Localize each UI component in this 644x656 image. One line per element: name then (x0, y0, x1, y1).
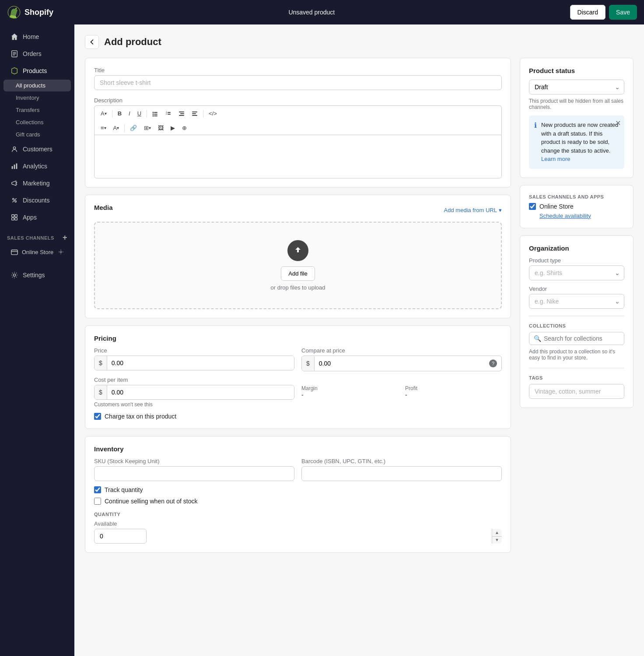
svg-point-22 (153, 112, 154, 113)
description-label: Description (94, 97, 502, 104)
add-sales-channel-button[interactable]: + (63, 233, 67, 242)
compare-price-input-wrap: $ ? (301, 356, 502, 371)
sidebar-item-home[interactable]: Home (4, 28, 71, 45)
price-label: Price (94, 347, 294, 354)
sidebar-item-label: Products (23, 67, 47, 74)
discard-button[interactable]: Discard (570, 5, 606, 20)
sidebar-item-discounts[interactable]: Discounts (4, 192, 71, 209)
svg-point-5 (13, 147, 15, 149)
svg-rect-7 (14, 164, 15, 169)
font-size-button[interactable]: A ▾ (98, 108, 109, 119)
svg-point-20 (60, 251, 62, 253)
sidebar-sub-item-inventory[interactable]: Inventory (4, 92, 71, 104)
sidebar-item-marketing[interactable]: Marketing (4, 175, 71, 192)
schedule-availability-link[interactable]: Schedule availability (529, 213, 624, 219)
back-icon (88, 38, 95, 45)
quantity-decrement-button[interactable]: ▼ (492, 537, 502, 544)
cost-input[interactable] (107, 385, 294, 399)
quantity-increment-button[interactable]: ▲ (492, 529, 502, 537)
logo-text: Shopify (24, 8, 53, 17)
sidebar-sub-item-collections[interactable]: Collections (4, 116, 71, 128)
sidebar-item-customers[interactable]: Customers (4, 141, 71, 157)
underline-button[interactable]: U (135, 108, 144, 119)
quantity-input[interactable] (94, 529, 147, 544)
search-icon: 🔍 (534, 335, 541, 342)
sidebar-item-online-store[interactable]: Online Store (4, 244, 71, 259)
vendor-select[interactable]: e.g. Nike (529, 294, 624, 309)
save-button[interactable]: Save (609, 5, 637, 20)
barcode-input[interactable] (301, 466, 502, 481)
continue-selling-checkbox[interactable] (94, 498, 101, 505)
code-button[interactable]: </> (206, 108, 220, 119)
status-select[interactable]: Draft Active (529, 80, 624, 94)
continue-selling-label: Continue selling when out of stock (105, 498, 197, 505)
collections-search-wrap: 🔍 (529, 332, 624, 345)
inventory-card: Inventory SKU (Stock Keeping Unit) Barco… (85, 436, 511, 553)
ordered-list-button[interactable]: 1.2. (163, 109, 174, 119)
bullet-list-button[interactable] (150, 109, 161, 119)
online-store-settings-icon[interactable] (58, 249, 64, 255)
product-status-label: Product status (529, 67, 624, 74)
pricing-card: Pricing Price $ Compare at price (85, 325, 511, 429)
learn-more-link[interactable]: Learn more (541, 156, 570, 162)
sidebar-sub-item-gift-cards[interactable]: Gift cards (4, 129, 71, 140)
tags-input[interactable] (529, 384, 624, 399)
outdent-button[interactable] (189, 109, 200, 119)
price-input[interactable] (107, 356, 294, 370)
italic-button[interactable]: I (126, 108, 133, 119)
bold-button[interactable]: B (115, 108, 124, 119)
drop-text: or drop files to upload (112, 284, 483, 291)
sidebar-item-label: Discounts (23, 197, 49, 204)
compare-price-input[interactable] (315, 356, 485, 370)
pricing-label: Pricing (94, 335, 502, 342)
title-input[interactable] (94, 75, 502, 90)
home-icon (10, 33, 18, 41)
online-store-checkbox[interactable] (529, 203, 536, 210)
svg-rect-35 (192, 112, 197, 112)
upload-area[interactable]: Add file or drop files to upload (94, 222, 502, 309)
sidebar-item-orders[interactable]: Orders (4, 45, 71, 62)
video-button[interactable]: ▶ (168, 123, 178, 133)
back-button[interactable] (85, 35, 99, 49)
sidebar-item-settings[interactable]: Settings (4, 267, 71, 283)
table-button[interactable]: ⊞ ▾ (141, 123, 154, 133)
track-quantity-checkbox[interactable] (94, 486, 101, 493)
collections-search-input[interactable] (544, 335, 620, 342)
product-type-select[interactable]: e.g. Shirts (529, 265, 624, 280)
svg-rect-31 (168, 114, 171, 115)
link-button[interactable]: 🔗 (127, 123, 140, 133)
image-button[interactable]: 🖼 (155, 123, 166, 133)
quantity-input-wrap: ▲ ▼ (94, 529, 502, 544)
media-card: Media Add media from URL ▾ Add file or d… (85, 195, 511, 318)
sidebar-item-label: Analytics (23, 163, 47, 170)
product-status-card: Product status Draft Active This product… (520, 58, 634, 178)
add-file-button[interactable]: Add file (281, 266, 315, 281)
charge-tax-checkbox[interactable] (94, 413, 101, 420)
description-editor[interactable] (94, 135, 502, 178)
more-button[interactable]: ⊕ (179, 123, 189, 133)
color-button[interactable]: A ▾ (111, 123, 122, 133)
media-header: Media Add media from URL ▾ (94, 204, 502, 216)
add-media-url-button[interactable]: Add media from URL ▾ (444, 207, 502, 213)
help-icon[interactable]: ? (489, 359, 497, 367)
sidebar-item-analytics[interactable]: Analytics (4, 158, 71, 174)
status-select-wrap: Draft Active (529, 80, 624, 94)
compare-currency: $ (302, 356, 315, 370)
svg-rect-25 (154, 114, 158, 115)
sku-input[interactable] (94, 466, 294, 481)
svg-rect-8 (16, 164, 18, 169)
banner-close-button[interactable]: ✕ (615, 119, 621, 127)
quantity-section: QUANTITY Available ▲ ▼ (94, 512, 502, 544)
sidebar-item-products[interactable]: Products (4, 63, 71, 79)
svg-rect-6 (12, 166, 13, 169)
indent-button[interactable] (176, 109, 187, 119)
align-button[interactable]: ≡ ▾ (98, 123, 109, 133)
sidebar-item-label: Customers (23, 146, 52, 153)
profit-value: - (405, 391, 502, 398)
sidebar-sub-item-all-products[interactable]: All products (4, 80, 71, 91)
orders-icon (10, 50, 18, 58)
sku-label: SKU (Stock Keeping Unit) (94, 458, 294, 464)
sidebar-sub-item-transfers[interactable]: Transfers (4, 104, 71, 116)
svg-text:2.: 2. (166, 112, 168, 115)
sidebar-item-apps[interactable]: Apps (4, 209, 71, 226)
